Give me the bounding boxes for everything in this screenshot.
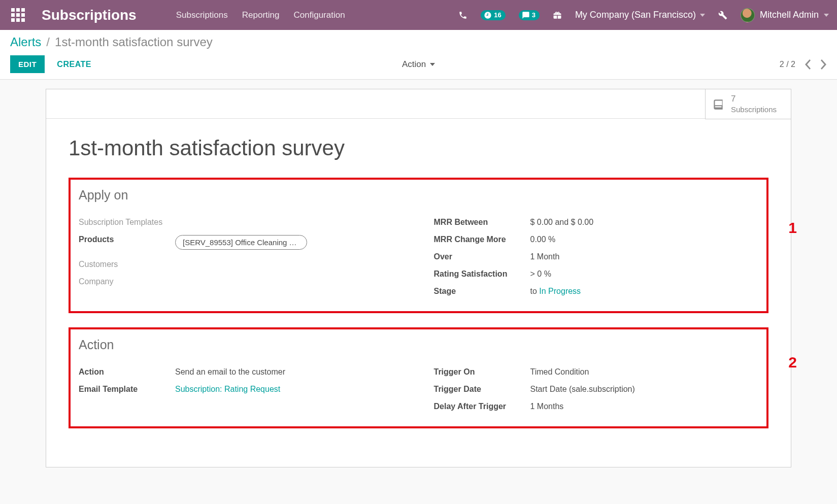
stat-label: Subscriptions	[731, 105, 777, 115]
section-title-apply-on: Apply on	[79, 188, 758, 203]
label-over: Over	[434, 252, 530, 261]
phone-icon[interactable]	[458, 11, 467, 20]
create-button[interactable]: CREATE	[54, 59, 94, 70]
value-stage-prefix: to	[530, 287, 540, 295]
pager-prev-button[interactable]	[805, 59, 811, 70]
activities-icon[interactable]: 16	[481, 10, 505, 20]
user-menu[interactable]: Mitchell Admin	[741, 8, 829, 22]
label-products: Products	[79, 235, 175, 244]
breadcrumb: Alerts / 1st-month satisfaction survey	[10, 35, 827, 49]
stat-count: 7	[731, 93, 777, 105]
annotation-2: 2	[788, 354, 797, 371]
product-chip[interactable]: [SERV_89553] Office Cleaning Sub…	[175, 235, 307, 250]
label-mrr-change: MRR Change More	[434, 235, 530, 244]
label-delay: Delay After Trigger	[434, 402, 530, 411]
nav-item-configuration[interactable]: Configuration	[286, 1, 352, 29]
username: Mitchell Admin	[760, 10, 819, 20]
value-rating: > 0 %	[530, 270, 759, 279]
breadcrumb-parent[interactable]: Alerts	[10, 35, 41, 49]
company-name: My Company (San Francisco)	[575, 10, 696, 20]
record-card: 7 Subscriptions 1st-month satisfaction s…	[46, 89, 791, 467]
value-trigger-on: Timed Condition	[530, 367, 759, 377]
stat-subscriptions[interactable]: 7 Subscriptions	[705, 89, 791, 119]
action-label: Action	[402, 59, 426, 70]
nav-item-reporting[interactable]: Reporting	[235, 1, 287, 29]
label-email-template: Email Template	[79, 385, 175, 394]
edit-button[interactable]: EDIT	[10, 55, 45, 73]
avatar	[741, 8, 755, 22]
messages-icon[interactable]: 3	[519, 10, 540, 20]
debug-icon[interactable]	[718, 11, 727, 20]
label-company: Company	[79, 277, 175, 286]
chevron-down-icon	[430, 63, 435, 66]
value-over: 1 Month	[530, 252, 759, 261]
value-trigger-date: Start Date (sale.subscription)	[530, 385, 759, 394]
annotation-1: 1	[788, 219, 797, 237]
company-selector[interactable]: My Company (San Francisco)	[575, 10, 705, 20]
page-title: 1st-month satisfaction survey	[69, 136, 768, 160]
label-trigger-date: Trigger Date	[434, 385, 530, 394]
section-action: 2 Action Action Send an email to the cus…	[69, 327, 768, 428]
book-icon	[712, 97, 725, 111]
label-action: Action	[79, 367, 175, 377]
value-mrr-between: $ 0.00 and $ 0.00	[530, 218, 759, 227]
label-trigger-on: Trigger On	[434, 367, 530, 377]
activities-badge-count: 16	[494, 11, 501, 19]
section-apply-on: 1 Apply on Subscription Templates Produc…	[69, 178, 768, 313]
chevron-down-icon	[824, 14, 829, 17]
messages-badge-count: 3	[532, 11, 535, 19]
value-mrr-change: 0.00 %	[530, 235, 759, 244]
chevron-down-icon	[700, 14, 705, 17]
label-stage: Stage	[434, 287, 530, 296]
stage-link[interactable]: In Progress	[539, 287, 581, 295]
pager-next-button[interactable]	[821, 59, 827, 70]
apps-menu-icon[interactable]	[6, 4, 29, 27]
email-template-link[interactable]: Subscription: Rating Request	[175, 385, 280, 393]
section-title-action: Action	[79, 338, 758, 352]
label-subscription-templates: Subscription Templates	[79, 218, 175, 227]
label-rating: Rating Satisfaction	[434, 270, 530, 279]
apps-grid-icon	[11, 8, 25, 22]
action-dropdown[interactable]: Action	[402, 59, 435, 70]
breadcrumb-current: 1st-month satisfaction survey	[55, 35, 213, 49]
pager-position: 2 / 2	[780, 60, 795, 69]
gift-icon[interactable]	[553, 11, 562, 20]
app-brand[interactable]: Subscriptions	[42, 7, 137, 23]
value-delay: 1 Months	[530, 402, 759, 411]
nav-item-subscriptions[interactable]: Subscriptions	[169, 1, 235, 29]
value-action: Send an email to the customer	[175, 367, 404, 377]
label-customers: Customers	[79, 260, 175, 269]
label-mrr-between: MRR Between	[434, 218, 530, 227]
